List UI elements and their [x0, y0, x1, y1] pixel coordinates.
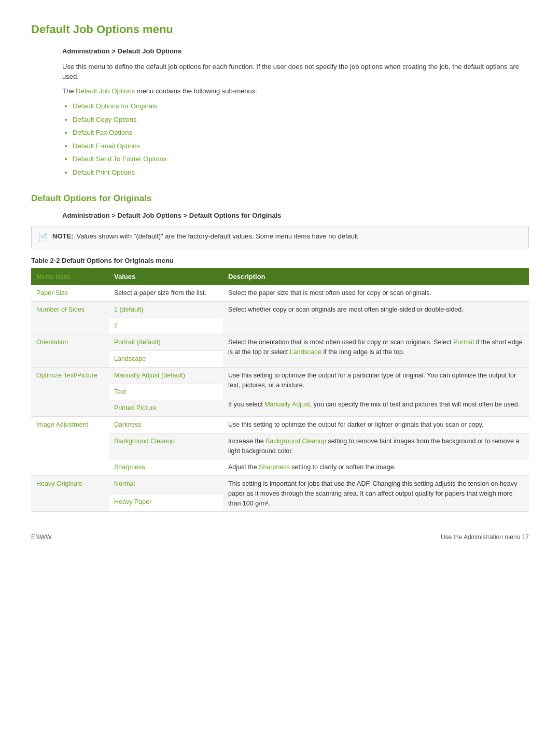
cell-menu: Paper Size: [31, 285, 109, 301]
cell-value: Portrait (default): [109, 334, 223, 351]
table-row: Optimize Text/PictureManually Adjust (de…: [31, 367, 529, 384]
col-header-menu: Menu item: [31, 268, 109, 286]
section2-title: Default Options for Originals: [31, 192, 529, 205]
cell-menu: Number of Sides: [31, 301, 109, 334]
cell-value: Printed Picture: [109, 400, 223, 417]
cell-value: Sharpness: [109, 459, 223, 476]
note-box: 📄 NOTE: Values shown with "(default)" ar…: [31, 227, 529, 248]
table-row: Number of Sides1 (default)Select whether…: [31, 301, 529, 318]
table-row: Image AdjustmentDarknessUse this setting…: [31, 417, 529, 433]
note-icon: 📄: [38, 231, 48, 244]
table-header-row: Menu item Values Description: [31, 268, 529, 286]
cell-desc: This setting is important for jobs that …: [223, 476, 529, 512]
table-row: Paper SizeSelect a paper size from the l…: [31, 285, 529, 301]
intro-paragraph-1: Use this menu to define the default job …: [62, 62, 529, 82]
options-table: Menu item Values Description Paper SizeS…: [31, 268, 529, 512]
cell-menu: Orientation: [31, 334, 109, 368]
cell-menu: Image Adjustment: [31, 417, 109, 476]
cell-desc: Increase the Background Cleanup setting …: [223, 433, 529, 459]
cell-value: 1 (default): [109, 301, 223, 318]
intro2-prefix: The: [62, 87, 76, 95]
admin-path: Administration > Default Job Options: [62, 46, 529, 57]
cell-desc: Use this setting to optimize the output …: [223, 417, 529, 433]
cell-value: Normal: [109, 476, 223, 494]
section2-admin-path: Administration > Default Job Options > D…: [62, 210, 529, 221]
cell-desc: Select whether copy or scan originals ar…: [223, 301, 529, 334]
footer-right: Use the Administration menu 17: [441, 532, 529, 542]
cell-menu: Heavy Originals: [31, 476, 109, 512]
default-job-options-link[interactable]: Default Job Options: [76, 87, 135, 95]
intro-paragraph-2: The Default Job Options menu contains th…: [62, 86, 529, 96]
cell-value: Manually Adjust (default): [109, 367, 223, 384]
cell-menu: Optimize Text/Picture: [31, 367, 109, 416]
cell-value: Heavy Paper: [109, 494, 223, 512]
cell-value: Darkness: [109, 417, 223, 433]
cell-desc: Select the paper size that is most often…: [223, 285, 529, 301]
cell-value: Text: [109, 384, 223, 400]
footer: ENWW Use the Administration menu 17: [31, 532, 529, 542]
submenu-list: Default Options for OriginalsDefault Cop…: [73, 101, 529, 177]
bullet-item[interactable]: Default Fax Options: [73, 128, 529, 138]
note-text: Values shown with "(default)" are the fa…: [76, 231, 360, 242]
table-caption: Table 2-2 Default Options for Originals …: [31, 256, 529, 266]
intro2-suffix: menu contains the following sub-menus:: [135, 87, 257, 95]
bullet-item[interactable]: Default Send To Folder Options: [73, 154, 529, 164]
bullet-item[interactable]: Default Options for Originals: [73, 101, 529, 111]
cell-value: Background Cleanup: [109, 433, 223, 459]
cell-value: Landscape: [109, 351, 223, 368]
note-label: NOTE:: [52, 231, 73, 242]
cell-desc: Select the orientation that is most ofte…: [223, 334, 529, 368]
table-row: OrientationPortrait (default)Select the …: [31, 334, 529, 351]
footer-left: ENWW: [31, 532, 51, 542]
col-header-values: Values: [109, 268, 223, 286]
cell-desc: Use this setting to optimize the output …: [223, 367, 529, 416]
cell-value: Select a paper size from the list.: [109, 285, 223, 301]
cell-value: 2: [109, 318, 223, 334]
page-title: Default Job Options menu: [31, 21, 529, 38]
table-row: Heavy OriginalsNormalThis setting is imp…: [31, 476, 529, 494]
bullet-item[interactable]: Default Print Options: [73, 167, 529, 178]
bullet-item[interactable]: Default Copy Options: [73, 115, 529, 125]
bullet-item[interactable]: Default E-mail Options: [73, 141, 529, 151]
cell-desc: Adjust the Sharpness setting to clarify …: [223, 459, 529, 476]
col-header-desc: Description: [223, 268, 529, 286]
